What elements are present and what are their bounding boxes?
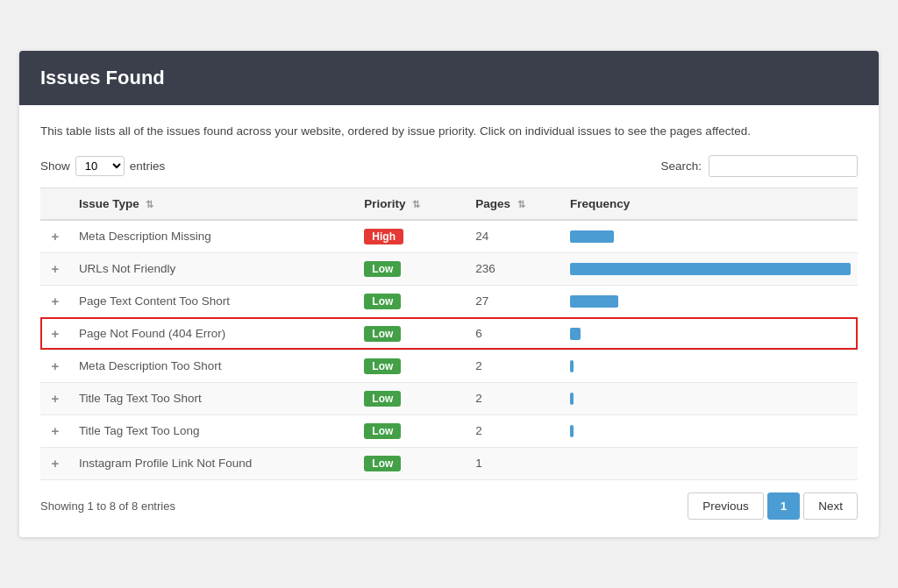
priority-badge: Low: [364, 391, 401, 407]
priority-cell: Low: [357, 382, 468, 414]
main-card: Issues Found This table lists all of the…: [19, 51, 879, 536]
expand-icon[interactable]: +: [47, 423, 63, 438]
bar-container: [570, 327, 851, 341]
priority-cell: Low: [357, 414, 468, 447]
table-row[interactable]: +Title Tag Text Too ShortLow2: [40, 382, 858, 414]
frequency-bar: [570, 360, 574, 372]
priority-cell: High: [357, 220, 468, 253]
issues-table: Issue Type ⇅ Priority ⇅ Pages ⇅ Frequenc…: [40, 188, 858, 480]
card-body: This table lists all of the issues found…: [19, 105, 879, 536]
bar-container: [570, 294, 851, 308]
frequency-cell: [563, 414, 858, 447]
search-input[interactable]: [709, 155, 858, 177]
frequency-bar: [570, 263, 851, 275]
priority-badge: Low: [364, 358, 401, 374]
priority-badge: High: [364, 229, 403, 244]
priority-badge: Low: [364, 326, 401, 342]
col-header-issue-type[interactable]: Issue Type ⇅: [72, 188, 357, 220]
expand-icon[interactable]: +: [47, 261, 63, 276]
frequency-cell: [563, 317, 858, 350]
frequency-bar: [570, 295, 618, 308]
frequency-cell: [563, 447, 858, 479]
table-row[interactable]: +Meta Description MissingHigh24: [40, 220, 858, 253]
pages-cell: 6: [468, 317, 563, 350]
entries-select[interactable]: 10 25 50 100: [75, 156, 125, 176]
issue-type-cell: Title Tag Text Too Long: [72, 414, 357, 447]
sort-icon-pages: ⇅: [517, 199, 525, 210]
page-1-button[interactable]: 1: [767, 492, 801, 520]
col-header-priority[interactable]: Priority ⇅: [357, 188, 468, 220]
priority-cell: Low: [357, 350, 468, 382]
expand-icon[interactable]: +: [47, 456, 63, 471]
next-button[interactable]: Next: [803, 492, 858, 520]
table-row[interactable]: +Title Tag Text Too LongLow2: [40, 414, 858, 447]
col-header-pages[interactable]: Pages ⇅: [468, 188, 563, 220]
priority-cell: Low: [357, 317, 468, 350]
show-label: Show: [40, 159, 70, 173]
priority-cell: Low: [357, 252, 468, 285]
pages-cell: 2: [468, 350, 563, 382]
table-row[interactable]: +Meta Description Too ShortLow2: [40, 350, 858, 382]
table-row[interactable]: +Page Not Found (404 Error)Low6: [40, 317, 858, 350]
table-row[interactable]: +URLs Not FriendlyLow236: [40, 252, 858, 285]
expand-icon[interactable]: +: [47, 358, 63, 373]
expand-icon[interactable]: +: [47, 391, 63, 406]
expand-icon[interactable]: +: [47, 229, 63, 244]
priority-badge: Low: [364, 423, 401, 439]
search-group: Search:: [660, 155, 858, 177]
table-body: +Meta Description MissingHigh24+URLs Not…: [40, 220, 858, 480]
pages-cell: 24: [468, 220, 563, 253]
bar-container: [570, 262, 851, 276]
pages-cell: 236: [468, 252, 563, 285]
issue-type-cell: Meta Description Too Short: [72, 350, 357, 382]
page-title: Issues Found: [40, 67, 165, 89]
issue-type-cell: Instagram Profile Link Not Found: [72, 447, 357, 479]
frequency-cell: [563, 285, 858, 317]
search-label: Search:: [660, 159, 702, 173]
frequency-cell: [563, 382, 858, 414]
issue-type-cell: Page Text Content Too Short: [72, 285, 357, 317]
description-text: This table lists all of the issues found…: [40, 123, 858, 140]
priority-badge: Low: [364, 294, 401, 309]
showing-text: Showing 1 to 8 of 8 entries: [40, 499, 175, 513]
table-row[interactable]: +Instagram Profile Link Not FoundLow1: [40, 447, 858, 479]
issue-type-cell: Title Tag Text Too Short: [72, 382, 357, 414]
issue-type-cell: URLs Not Friendly: [72, 252, 357, 285]
frequency-cell: [563, 220, 858, 253]
issue-type-cell: Meta Description Missing: [72, 220, 357, 253]
pages-cell: 27: [468, 285, 563, 317]
frequency-bar: [570, 393, 574, 405]
previous-button[interactable]: Previous: [688, 492, 764, 520]
priority-badge: Low: [364, 456, 401, 471]
bar-container: [570, 359, 851, 373]
col-header-expand: [40, 188, 72, 220]
frequency-bar: [570, 425, 574, 437]
expand-icon[interactable]: +: [47, 294, 63, 308]
sort-icon-issue: ⇅: [146, 199, 153, 210]
frequency-cell: [563, 252, 858, 285]
bar-container: [570, 230, 851, 244]
footer-row: Showing 1 to 8 of 8 entries Previous 1 N…: [40, 492, 858, 520]
frequency-bar: [570, 230, 614, 243]
table-row[interactable]: +Page Text Content Too ShortLow27: [40, 285, 858, 317]
col-header-frequency: Frequency: [563, 188, 858, 220]
controls-row: Show 10 25 50 100 entries Search:: [40, 155, 858, 177]
card-header: Issues Found: [19, 51, 879, 105]
table-header-row: Issue Type ⇅ Priority ⇅ Pages ⇅ Frequenc…: [40, 188, 858, 220]
entries-label: entries: [130, 159, 166, 173]
pages-cell: 2: [468, 382, 563, 414]
pages-cell: 2: [468, 414, 563, 447]
show-entries-group: Show 10 25 50 100 entries: [40, 156, 165, 176]
issue-type-cell: Page Not Found (404 Error): [72, 317, 357, 350]
frequency-cell: [563, 350, 858, 382]
expand-icon[interactable]: +: [47, 326, 63, 341]
pagination: Previous 1 Next: [688, 492, 858, 520]
priority-cell: Low: [357, 285, 468, 317]
priority-cell: Low: [357, 447, 468, 479]
pages-cell: 1: [468, 447, 563, 479]
bar-container: [570, 392, 851, 406]
bar-container: [570, 424, 851, 438]
priority-badge: Low: [364, 261, 401, 277]
frequency-bar: [570, 328, 581, 340]
sort-icon-priority: ⇅: [412, 199, 420, 210]
